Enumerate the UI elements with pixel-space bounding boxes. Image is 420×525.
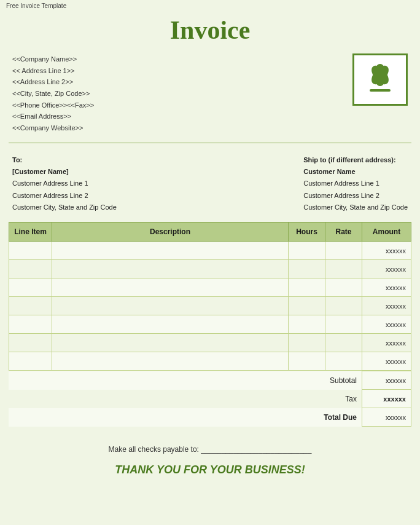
col-header-hours: Hours (289, 223, 325, 242)
col-header-amount: Amount (362, 223, 411, 242)
company-website: <<Company Website>> (12, 122, 94, 134)
total-due-value: xxxxxx (362, 408, 411, 427)
cell-rate (325, 297, 362, 315)
bill-to-address2: Customer Address Line 2 (12, 190, 117, 202)
invoice-title: Invoice (0, 15, 420, 45)
cell-hours (289, 297, 325, 315)
cell-amount: xxxxxx (362, 352, 411, 371)
logo-box (352, 53, 408, 106)
cell-line-item (9, 334, 52, 352)
cell-line-item (9, 315, 52, 334)
ship-to-address1: Customer Address Line 1 (303, 178, 408, 189)
cell-hours (289, 334, 325, 352)
bill-to-label: To: (12, 154, 117, 166)
cell-rate (325, 352, 362, 371)
cell-hours (289, 352, 325, 371)
cell-line-item (9, 352, 52, 371)
invoice-table: Line Item Description Hours Rate Amount … (9, 222, 411, 371)
cell-rate (325, 260, 362, 278)
company-email: <<Email Address>> (12, 111, 94, 122)
cell-amount: xxxxxx (362, 334, 411, 352)
cell-hours (289, 242, 325, 260)
bill-to-customer-name: [Customer Name] (12, 166, 117, 178)
table-body: xxxxxx xxxxxx xxxxxx xxxxxx xxxxxx (9, 242, 411, 371)
company-info: <<Company Name>> << Address Line 1>> <<A… (12, 53, 94, 134)
cell-description (52, 278, 289, 297)
top-bar: Free Invoice Template (0, 0, 420, 12)
total-due-label: Total Due (9, 408, 362, 427)
thank-you: THANK YOU FOR YOUR BUSINESS! (12, 464, 408, 476)
cell-line-item (9, 242, 52, 260)
table-row: xxxxxx (9, 315, 411, 334)
cell-hours (289, 260, 325, 278)
cell-amount: xxxxxx (362, 242, 411, 260)
cell-description (52, 260, 289, 278)
col-header-line-item: Line Item (9, 223, 52, 242)
invoice-page: Free Invoice Template Invoice <<Company … (0, 0, 420, 525)
cell-hours (289, 315, 325, 334)
bill-to-address1: Customer Address Line 1 (12, 178, 117, 189)
table-section: Line Item Description Hours Rate Amount … (0, 222, 420, 371)
table-row: xxxxxx (9, 278, 411, 297)
logo-icon (359, 60, 402, 100)
ship-to-address2: Customer Address Line 2 (303, 190, 408, 202)
cell-rate (325, 242, 362, 260)
col-header-rate: Rate (325, 223, 362, 242)
footer-section: Make all checks payable to: ____________… (0, 427, 420, 483)
table-row: xxxxxx (9, 242, 411, 260)
table-header-row: Line Item Description Hours Rate Amount (9, 223, 411, 242)
tax-row: Tax xxxxxx (9, 390, 411, 408)
bill-to: To: [Customer Name] Customer Address Lin… (12, 154, 117, 213)
header-section: <<Company Name>> << Address Line 1>> <<A… (0, 51, 420, 143)
payable-line: Make all checks payable to: ____________… (12, 445, 408, 454)
bill-section: To: [Customer Name] Customer Address Lin… (0, 149, 420, 222)
total-due-row: Total Due xxxxxx (9, 408, 411, 427)
cell-amount: xxxxxx (362, 297, 411, 315)
ship-to-city-state-zip: Customer City, State and Zip Code (303, 202, 408, 213)
table-row: xxxxxx (9, 260, 411, 278)
company-city-state-zip: <<City, State, Zip Code>> (12, 88, 94, 100)
tax-label: Tax (9, 390, 362, 408)
table-row: xxxxxx (9, 297, 411, 315)
cell-description (52, 242, 289, 260)
subtotal-label: Subtotal (9, 371, 362, 390)
cell-amount: xxxxxx (362, 278, 411, 297)
cell-description (52, 297, 289, 315)
cell-rate (325, 278, 362, 297)
ship-to: Ship to (if different address): Customer… (303, 154, 408, 213)
ship-to-customer-name: Customer Name (303, 166, 408, 178)
company-address1: << Address Line 1>> (12, 65, 94, 77)
svg-rect-3 (370, 89, 391, 92)
subtotal-value: xxxxxx (362, 371, 411, 390)
cell-amount: xxxxxx (362, 260, 411, 278)
cell-line-item (9, 278, 52, 297)
cell-rate (325, 315, 362, 334)
cell-amount: xxxxxx (362, 315, 411, 334)
company-phone: <<Phone Office>><<Fax>> (12, 100, 94, 111)
cell-description (52, 352, 289, 371)
cell-description (52, 315, 289, 334)
ship-to-label: Ship to (if different address): (303, 154, 408, 166)
cell-hours (289, 278, 325, 297)
totals-table: Subtotal xxxxxx Tax xxxxxx Total Due xxx… (9, 371, 411, 427)
cell-rate (325, 334, 362, 352)
company-name: <<Company Name>> (12, 53, 94, 65)
title-section: Invoice (0, 12, 420, 51)
cell-description (52, 334, 289, 352)
company-address2: <<Address Line 2>> (12, 76, 94, 88)
subtotal-row: Subtotal xxxxxx (9, 371, 411, 390)
bill-to-city-state-zip: Customer City, State and Zip Code (12, 202, 117, 213)
totals-section: Subtotal xxxxxx Tax xxxxxx Total Due xxx… (0, 371, 420, 427)
table-row: xxxxxx (9, 352, 411, 371)
divider (9, 143, 411, 143)
top-bar-label: Free Invoice Template (6, 2, 66, 9)
cell-line-item (9, 297, 52, 315)
tax-value: xxxxxx (362, 390, 411, 408)
cell-line-item (9, 260, 52, 278)
table-row: xxxxxx (9, 334, 411, 352)
col-header-description: Description (52, 223, 289, 242)
